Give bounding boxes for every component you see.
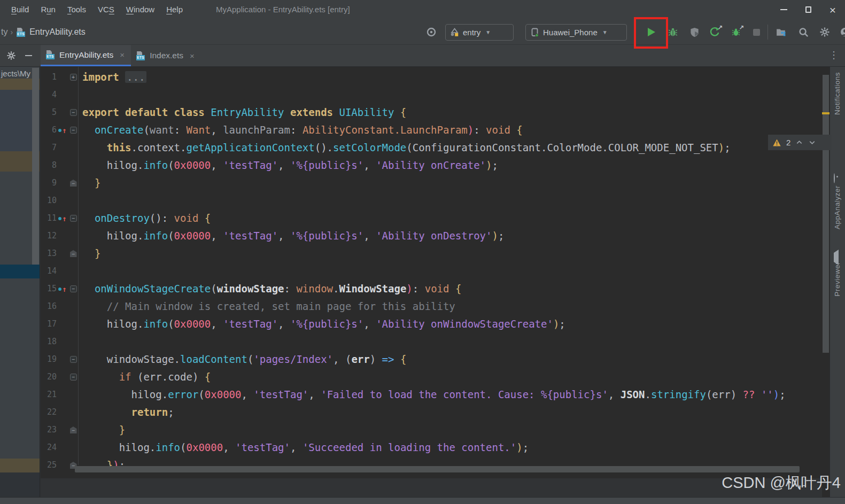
code-line-20[interactable]: 20− if (err.code) {: [41, 368, 822, 386]
tab-options-kebab-icon[interactable]: ⋮: [829, 49, 839, 61]
fold-marker-plus[interactable]: +: [68, 68, 78, 86]
next-warning-button[interactable]: [808, 138, 816, 146]
profile-icon[interactable]: [838, 26, 845, 38]
project-settings-button[interactable]: [6, 51, 16, 60]
stop-button[interactable]: [750, 26, 762, 38]
fold-marker-close[interactable]: −: [68, 174, 78, 192]
line-number[interactable]: 1: [41, 68, 57, 86]
tab-close-icon[interactable]: ×: [120, 50, 125, 59]
override-method-icon[interactable]: ↑: [57, 280, 68, 298]
code-line-23[interactable]: 23− }: [41, 421, 822, 439]
menu-help[interactable]: Help: [160, 0, 189, 19]
line-number[interactable]: 7: [41, 139, 57, 157]
warning-stripe-mark[interactable]: [822, 112, 830, 114]
line-number[interactable]: 15: [41, 280, 57, 298]
line-number[interactable]: 14: [41, 262, 57, 280]
fold-marker-open[interactable]: −: [68, 280, 78, 298]
line-number[interactable]: 8: [41, 157, 57, 174]
code-line-9[interactable]: 9− }: [41, 174, 822, 192]
code-line-10[interactable]: 10: [41, 192, 822, 210]
module-selector[interactable]: entry ▼: [445, 24, 514, 41]
code-line-15[interactable]: 15↑− onWindowStageCreate(windowStage: wi…: [41, 280, 822, 298]
menu-vcs[interactable]: VCS: [92, 0, 120, 19]
code-line-1[interactable]: 1+import ...: [41, 68, 822, 86]
code-line-24[interactable]: 24 hilog.info(0x0000, 'testTag', 'Succee…: [41, 439, 822, 456]
horizontal-scrollbar[interactable]: [75, 466, 800, 472]
fold-marker-open[interactable]: −: [68, 121, 78, 139]
project-panel[interactable]: jects\My: [0, 67, 40, 497]
toolwindow-notifications[interactable]: Notifications: [833, 72, 841, 115]
line-number[interactable]: 22: [41, 404, 57, 421]
minimize-button[interactable]: [771, 0, 796, 19]
tab-entryability-ets[interactable]: ETSEntryAbility.ets×: [41, 45, 131, 66]
tab-close-icon[interactable]: ×: [190, 51, 195, 60]
device-selector[interactable]: Huawei_Phone ▼: [525, 24, 627, 41]
line-number[interactable]: 12: [41, 227, 57, 245]
line-number[interactable]: 25: [41, 456, 57, 474]
app-analyzer-icon[interactable]: [834, 174, 835, 183]
debug-button[interactable]: [667, 26, 679, 38]
code-line-14[interactable]: 14: [41, 262, 822, 280]
line-number[interactable]: 16: [41, 298, 57, 315]
line-number[interactable]: 13: [41, 245, 57, 262]
profiler-button[interactable]: [688, 26, 700, 38]
line-number[interactable]: 6: [41, 121, 57, 139]
code-line-21[interactable]: 21 hilog.error(0x0000, 'testTag', 'Faile…: [41, 386, 822, 404]
line-number[interactable]: 19: [41, 351, 57, 368]
line-number[interactable]: 4: [41, 86, 57, 104]
sync-icon[interactable]: [425, 26, 437, 38]
line-number[interactable]: 11: [41, 210, 57, 227]
line-number[interactable]: 17: [41, 315, 57, 333]
line-number[interactable]: 24: [41, 439, 57, 456]
menu-run[interactable]: Run: [35, 0, 61, 19]
line-number[interactable]: 18: [41, 333, 57, 351]
fold-marker-close[interactable]: −: [68, 245, 78, 262]
line-number[interactable]: 10: [41, 192, 57, 210]
menu-window[interactable]: Window: [120, 0, 160, 19]
code-editor[interactable]: 1+import ...45−export default class Entr…: [41, 67, 822, 478]
line-number[interactable]: 5: [41, 104, 57, 121]
fold-marker-open[interactable]: −: [68, 351, 78, 368]
override-method-icon[interactable]: ↑: [57, 210, 68, 227]
menu-tools[interactable]: Tools: [61, 0, 92, 19]
code-line-5[interactable]: 5−export default class EntryAbility exte…: [41, 104, 822, 121]
line-number[interactable]: 21: [41, 386, 57, 404]
tab-index-ets[interactable]: ETSIndex.ets×: [131, 45, 201, 66]
fold-marker-close[interactable]: −: [68, 421, 78, 439]
line-number[interactable]: 23: [41, 421, 57, 439]
code-line-8[interactable]: 8 hilog.info(0x0000, 'testTag', '%{publi…: [41, 157, 822, 174]
toolwindow-previewer[interactable]: Previewer: [833, 262, 841, 297]
code-line-4[interactable]: 4: [41, 86, 822, 104]
menu-build[interactable]: Build: [5, 0, 35, 19]
close-button[interactable]: ×: [820, 0, 845, 19]
fold-marker-open[interactable]: −: [68, 104, 78, 121]
code-line-18[interactable]: 18: [41, 333, 822, 351]
project-row[interactable]: [0, 459, 40, 472]
previewer-icon[interactable]: [834, 253, 839, 262]
code-line-13[interactable]: 13− }: [41, 245, 822, 262]
code-line-16[interactable]: 16 // Main window is created, set main p…: [41, 298, 822, 315]
code-line-7[interactable]: 7 this.context.getApplicationContext().s…: [41, 139, 822, 157]
line-number[interactable]: 9: [41, 174, 57, 192]
code-line-11[interactable]: 11↑− onDestroy(): void {: [41, 210, 822, 227]
search-everywhere-button[interactable]: [797, 26, 809, 38]
code-line-19[interactable]: 19− windowStage.loadContent('pages/Index…: [41, 351, 822, 368]
line-number[interactable]: 20: [41, 368, 57, 386]
hide-panel-button[interactable]: [24, 51, 33, 60]
project-row-selected[interactable]: [0, 265, 40, 278]
project-scrollbar[interactable]: [32, 68, 39, 265]
attach-debugger-button[interactable]: ↗: [730, 26, 742, 38]
vertical-scrollbar[interactable]: [822, 67, 830, 497]
fold-marker-open[interactable]: −: [68, 368, 78, 386]
prev-warning-button[interactable]: [795, 138, 803, 146]
device-file-browser-button[interactable]: [775, 26, 787, 38]
code-line-17[interactable]: 17 hilog.info(0x0000, 'testTag', '%{publ…: [41, 315, 822, 333]
code-line-12[interactable]: 12 hilog.info(0x0000, 'testTag', '%{publ…: [41, 227, 822, 245]
code-line-6[interactable]: 6↑− onCreate(want: Want, launchParam: Ab…: [41, 121, 822, 139]
code-line-22[interactable]: 22 return;: [41, 404, 822, 421]
rerun-button[interactable]: ↗: [709, 26, 720, 38]
scrollbar-thumb[interactable]: [823, 75, 829, 353]
fold-marker-open[interactable]: −: [68, 210, 78, 227]
maximize-button[interactable]: [796, 0, 820, 19]
settings-button[interactable]: [819, 26, 831, 38]
